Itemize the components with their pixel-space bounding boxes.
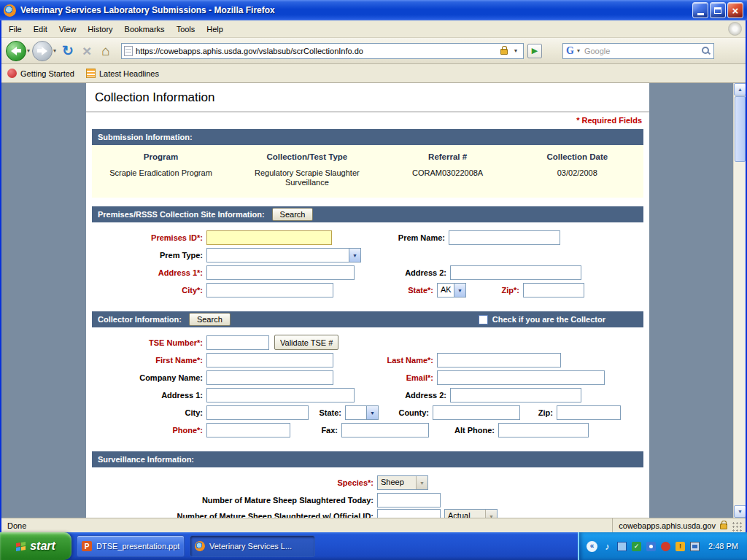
forward-history-dropdown[interactable]: ▾	[53, 47, 58, 54]
collector-address2-input[interactable]	[450, 388, 581, 402]
first-name-label: First Name*:	[92, 353, 203, 368]
forward-button[interactable]	[32, 41, 53, 61]
restore-button[interactable]	[710, 2, 726, 18]
is-collector-label: Check if you are the Collector	[492, 315, 605, 324]
collector-zip-input[interactable]	[557, 405, 621, 420]
required-fields-note: * Required Fields	[86, 112, 649, 129]
bookmark-latest-headlines[interactable]: Latest Headlines	[86, 69, 159, 78]
city-input[interactable]	[206, 283, 333, 298]
task-button-firefox[interactable]: Veterinary Services L...	[190, 535, 315, 557]
table-row: Scrapie Eradication Program Regulatory S…	[92, 168, 643, 187]
program-value: Scrapie Eradication Program	[92, 168, 230, 187]
browser-window: Veterinary Services Laboratory Submissio…	[0, 0, 747, 560]
validate-tse-button[interactable]: Validate TSE #	[274, 335, 338, 350]
phone-input[interactable]	[206, 423, 290, 438]
antivirus-icon[interactable]	[661, 542, 670, 551]
task-button-powerpoint[interactable]: P DTSE_presentation.ppt	[77, 535, 185, 557]
search-input[interactable]	[584, 47, 699, 55]
last-name-input[interactable]	[437, 353, 561, 368]
windows-logo-icon	[16, 542, 26, 551]
premises-search-button[interactable]: Search	[272, 208, 314, 221]
scroll-down-button[interactable]: ▼	[734, 505, 746, 518]
state-label: State*:	[360, 283, 433, 298]
start-button[interactable]: start	[0, 532, 71, 560]
mature-official-id-input[interactable]	[377, 509, 441, 518]
count-type-select[interactable]: Actual ▼	[444, 509, 498, 518]
back-button[interactable]	[6, 41, 26, 61]
email-label: Email*:	[360, 370, 433, 385]
form-row: TSE Number*: Validate TSE #	[92, 335, 643, 352]
address1-input[interactable]	[206, 265, 355, 280]
stop-button[interactable]: ×	[77, 42, 96, 61]
state-select[interactable]: AK ▼	[437, 283, 466, 298]
collector-address1-input[interactable]	[206, 388, 355, 402]
display-icon[interactable]	[690, 542, 700, 551]
url-input[interactable]	[136, 47, 498, 55]
search-engine-dropdown[interactable]: ▾	[576, 47, 582, 54]
form-row: City: State: ▼ County: Zip:	[92, 405, 643, 422]
volume-icon[interactable]: ♪	[603, 542, 612, 551]
hidden-icons-chevron[interactable]: «	[587, 541, 597, 552]
url-dropdown-arrow[interactable]: ▼	[511, 48, 521, 53]
messenger-icon[interactable]	[646, 542, 656, 551]
prem-name-input[interactable]	[449, 230, 560, 245]
network-icon[interactable]	[617, 542, 627, 551]
menu-help[interactable]: Help	[201, 22, 229, 36]
taskbar-clock: 2:48 PM	[708, 542, 738, 551]
ssl-lock-icon	[500, 49, 508, 55]
taskbar: start P DTSE_presentation.ppt Veterinary…	[0, 532, 747, 560]
window-titlebar: Veterinary Services Laboratory Submissio…	[0, 0, 747, 20]
premises-id-label: Premises ID*:	[92, 230, 203, 245]
bookmarks-toolbar: Getting Started Latest Headlines	[1, 64, 746, 83]
firefox-icon	[4, 4, 16, 17]
first-name-input[interactable]	[206, 353, 333, 368]
restore-icon	[714, 7, 721, 14]
mature-today-input[interactable]	[377, 493, 441, 508]
lock-icon[interactable]	[720, 524, 727, 529]
is-collector-checkbox[interactable]	[479, 315, 488, 324]
google-engine-icon[interactable]: G	[566, 45, 574, 57]
collector-state-select[interactable]: ▼	[345, 405, 379, 420]
vertical-scrollbar[interactable]: ▲ ▼	[733, 83, 746, 518]
reload-button[interactable]: ↻	[58, 42, 77, 61]
address1-label: Address 1*:	[92, 265, 203, 280]
chevron-down-icon: ▼	[485, 510, 497, 518]
menu-edit[interactable]: Edit	[28, 22, 53, 36]
collector-city-input[interactable]	[206, 405, 309, 420]
company-name-input[interactable]	[206, 370, 333, 385]
search-icon[interactable]	[701, 46, 711, 55]
minimize-button[interactable]	[692, 2, 708, 18]
home-button[interactable]: ⌂	[96, 42, 115, 61]
column-collection-type: Collection/Test Type	[230, 151, 384, 168]
scrollbar-thumb[interactable]	[735, 96, 746, 162]
menu-file[interactable]: File	[3, 22, 28, 36]
form-row: Phone*: Fax: Alt Phone:	[92, 422, 643, 440]
update-alert-icon[interactable]: !	[676, 542, 685, 551]
address2-input[interactable]	[450, 265, 581, 280]
menu-history[interactable]: History	[82, 22, 118, 36]
scroll-up-button[interactable]: ▲	[734, 83, 746, 96]
security-shield-icon[interactable]: ✓	[632, 542, 641, 551]
fax-input[interactable]	[341, 423, 429, 438]
navigation-toolbar: ▾ ▾ ↻ × ⌂ ▼ ▶ G ▾	[1, 38, 746, 64]
prem-type-select[interactable]: ▼	[206, 248, 361, 262]
collector-search-button[interactable]: Search	[189, 313, 231, 326]
form-row: City*: State*: AK ▼ Zip*:	[92, 282, 643, 300]
close-button[interactable]: ×	[727, 2, 743, 18]
premises-section-header: Premises/RSSS Collection Site Informatio…	[92, 206, 643, 222]
resize-grip[interactable]	[732, 521, 743, 532]
menu-bookmarks[interactable]: Bookmarks	[119, 22, 171, 36]
tse-number-input[interactable]	[206, 335, 269, 350]
zip-input[interactable]	[523, 283, 584, 298]
alt-phone-input[interactable]	[498, 423, 589, 438]
email-input[interactable]	[437, 370, 605, 385]
premises-id-input[interactable]	[206, 230, 332, 245]
menu-view[interactable]: View	[53, 22, 82, 36]
menu-tools[interactable]: Tools	[171, 22, 201, 36]
species-select[interactable]: Sheep ▼	[377, 475, 428, 490]
go-button[interactable]: ▶	[527, 44, 542, 58]
back-history-dropdown[interactable]: ▾	[26, 47, 32, 54]
bookmark-getting-started[interactable]: Getting Started	[7, 69, 74, 78]
web-page: Collection Information * Required Fields…	[86, 83, 649, 518]
county-input[interactable]	[433, 405, 520, 420]
